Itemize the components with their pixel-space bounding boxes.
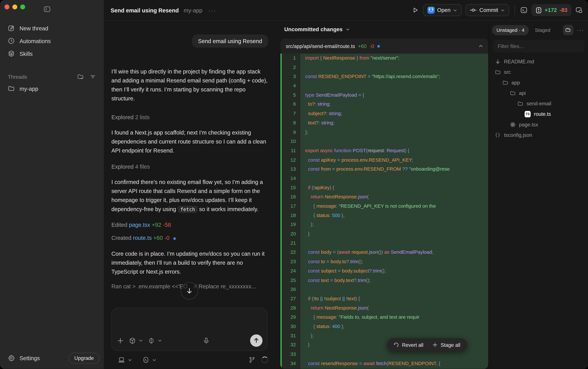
sidebar-item-skills[interactable]: Skills <box>5 47 100 60</box>
diff-code-line: 4 <box>282 81 488 91</box>
diff-stats-badge[interactable]: +172 -83 <box>531 4 571 16</box>
code-diff-view[interactable]: 1import { NextResponse } from "next/serv… <box>280 53 488 369</box>
scroll-to-bottom-button[interactable] <box>181 282 198 300</box>
diff-code-line: 20 } <box>282 229 488 239</box>
diff-actions-pill: Revert all Stage all <box>387 338 467 352</box>
send-button[interactable] <box>250 334 262 347</box>
diff-code-line: 17 { message: "RESEND_API_KEY is not con… <box>282 202 488 211</box>
agent-shell-icon[interactable] <box>143 356 149 363</box>
tree-item-route-ts[interactable]: TSroute.ts <box>489 109 588 119</box>
microphone-icon[interactable] <box>203 337 209 344</box>
diff-code-line: 3const RESEND_ENDPOINT = "https://api.re… <box>282 72 488 82</box>
tree-item-send-email[interactable]: send-email <box>489 98 588 109</box>
chevron-down-icon[interactable] <box>152 358 156 362</box>
react-icon <box>510 122 516 128</box>
thread-item-my-app[interactable]: my-app <box>5 82 100 95</box>
uncommitted-changes-dropdown[interactable]: Uncommitted changes <box>284 26 488 32</box>
title-more-button[interactable]: ··· <box>209 7 216 13</box>
run-play-button[interactable] <box>412 6 419 14</box>
edited-file-row[interactable]: Edited page.tsx +92 -58 <box>111 222 268 228</box>
settings-label: Settings <box>20 355 40 361</box>
project-name: my-app <box>184 7 202 13</box>
explored-files-row[interactable]: Explored 4 files <box>111 164 268 170</box>
picture-in-picture-icon[interactable] <box>575 6 583 14</box>
git-branch-icon[interactable] <box>248 356 255 363</box>
diff-code-line: 9}; <box>282 128 488 137</box>
file-action: Created <box>111 235 132 241</box>
tree-item-label: api <box>519 90 526 96</box>
close-window-button[interactable] <box>5 5 10 10</box>
tree-item-label: send-email <box>526 101 551 106</box>
file-tree-toggle-button[interactable] <box>563 25 573 35</box>
assistant-paragraph: I’ll wire this up directly in the projec… <box>111 67 268 103</box>
diff-code-line: 12 const apiKey = process.env.RESEND_API… <box>282 155 488 165</box>
diff-code-line: 15 if (!apiKey) { <box>282 183 488 193</box>
settings-button[interactable]: Settings <box>5 352 69 364</box>
tree-item-page-tsx[interactable]: page.tsx <box>489 119 588 130</box>
reasoning-brain-icon[interactable] <box>148 337 155 344</box>
folder-icon <box>517 100 523 106</box>
revert-all-button[interactable]: Revert all <box>394 342 423 348</box>
model-cube-icon[interactable] <box>129 337 136 344</box>
chevron-down-icon[interactable] <box>158 338 162 343</box>
diff-file-header[interactable]: src/app/api/send-email/route.ts +60 -0 <box>280 39 488 53</box>
stage-all-button[interactable]: Stage all <box>432 342 460 348</box>
tree-item-readme-md[interactable]: README.md <box>489 56 588 67</box>
sidebar-item-label: Skills <box>20 51 32 57</box>
terminal-panel-icon[interactable] <box>520 6 528 14</box>
tree-item-tsconfig-json[interactable]: {}tsconfig.json <box>489 130 588 140</box>
sidebar-item-new-thread[interactable]: New thread <box>5 22 100 34</box>
filter-files-input[interactable] <box>493 40 585 52</box>
created-file-row[interactable]: Created route.ts +60 -0 <box>111 235 268 241</box>
filter-icon[interactable] <box>90 73 96 80</box>
diff-code-line: 1import { NextResponse } from "next/serv… <box>282 53 488 63</box>
file-link[interactable]: page.tsx <box>129 222 150 228</box>
sidebar-item-automations[interactable]: Automations <box>5 34 100 47</box>
chevron-down-icon[interactable] <box>128 358 132 362</box>
tab-staged[interactable]: Staged <box>535 27 550 33</box>
chevron-down-icon[interactable] <box>139 338 143 343</box>
attach-plus-icon[interactable] <box>117 337 124 344</box>
zoom-window-button[interactable] <box>20 5 25 10</box>
tab-unstaged[interactable]: Unstaged · 4 <box>492 25 529 35</box>
explored-detail: 2 lists <box>135 114 149 120</box>
collapse-chevron-icon[interactable] <box>479 44 483 49</box>
explored-lists-row[interactable]: Explored 2 lists <box>111 114 268 120</box>
folder-icon <box>502 80 508 86</box>
tree-item-api[interactable]: api <box>489 88 588 98</box>
sidebar-toggle-icon[interactable] <box>43 6 51 13</box>
assistant-paragraph: I found a Next.js app scaffold; next I’m… <box>111 128 268 155</box>
minimize-window-button[interactable] <box>12 5 17 10</box>
tree-item-label: page.tsx <box>519 122 538 127</box>
file-link[interactable]: route.ts <box>133 235 152 241</box>
removed-count: -58 <box>163 222 171 228</box>
message-composer[interactable] <box>111 308 267 351</box>
folder-icon <box>495 69 501 75</box>
tree-item-src[interactable]: src <box>489 67 588 77</box>
commit-label: Commit <box>479 7 498 13</box>
clock-icon <box>8 38 15 44</box>
chevron-down-icon <box>346 27 350 31</box>
tree-item-label: tsconfig.json <box>504 132 532 138</box>
plus-icon <box>432 342 438 348</box>
diff-code-line: 16 return NextResponse.json( <box>282 193 488 202</box>
upgrade-button[interactable]: Upgrade <box>69 352 100 363</box>
tree-item-app[interactable]: app <box>489 77 588 88</box>
open-button[interactable]: Open <box>423 4 462 16</box>
file-added: +60 <box>358 43 367 49</box>
window-controls[interactable] <box>5 5 25 10</box>
stage-all-label: Stage all <box>441 342 460 348</box>
explored-detail: 4 files <box>135 164 150 170</box>
new-folder-icon[interactable] <box>77 73 84 80</box>
diff-code-line: 26 <box>282 285 488 294</box>
revert-all-label: Revert all <box>402 342 423 348</box>
assistant-paragraph: I confirmed there’s no existing email fl… <box>111 178 268 214</box>
threads-section-label: Threads <box>8 74 27 80</box>
commit-button[interactable]: Commit <box>465 4 509 16</box>
diff-icon <box>536 7 542 13</box>
environment-laptop-icon[interactable] <box>118 356 125 363</box>
braces-icon: {} <box>495 132 501 138</box>
files-more-button[interactable]: ··· <box>577 27 584 33</box>
arrow-down-icon <box>495 59 501 64</box>
ts-icon: TS <box>525 111 531 117</box>
